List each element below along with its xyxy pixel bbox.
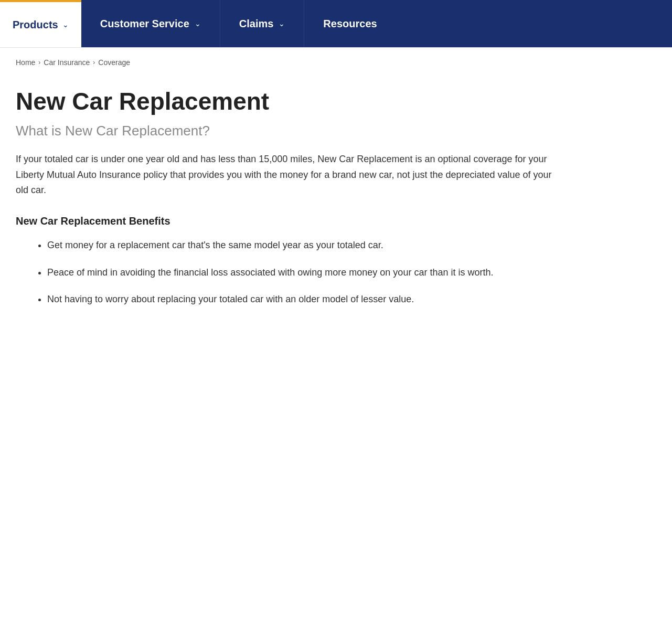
navigation-bar: Products ⌄ Customer Service ⌄ Claims ⌄ R… (0, 0, 672, 48)
nav-products-label: Products (13, 19, 58, 31)
breadcrumb-car-insurance[interactable]: Car Insurance (44, 58, 90, 67)
page-subtitle: What is New Car Replacement? (16, 123, 561, 139)
nav-products[interactable]: Products ⌄ (0, 0, 81, 47)
list-item: Not having to worry about replacing your… (47, 292, 561, 308)
breadcrumb-coverage: Coverage (98, 58, 130, 67)
chevron-down-icon: ⌄ (62, 20, 69, 29)
nav-customer-service[interactable]: Customer Service ⌄ (81, 0, 220, 47)
breadcrumb-separator-1: › (38, 59, 40, 66)
list-item: Get money for a replacement car that's t… (47, 238, 561, 253)
breadcrumb: Home › Car Insurance › Coverage (0, 48, 672, 77)
intro-paragraph: If your totaled car is under one year ol… (16, 152, 561, 198)
benefits-list: Get money for a replacement car that's t… (16, 238, 561, 308)
nav-claims[interactable]: Claims ⌄ (220, 0, 305, 47)
breadcrumb-separator-2: › (93, 59, 95, 66)
nav-resources-label: Resources (323, 18, 377, 30)
breadcrumb-home[interactable]: Home (16, 58, 35, 67)
page-title: New Car Replacement (16, 88, 561, 115)
nav-claims-label: Claims (239, 18, 274, 30)
main-content: New Car Replacement What is New Car Repl… (0, 77, 577, 340)
nav-customer-service-label: Customer Service (100, 18, 189, 30)
nav-resources[interactable]: Resources (304, 0, 672, 47)
chevron-down-icon: ⌄ (195, 19, 201, 28)
benefits-heading: New Car Replacement Benefits (16, 215, 561, 227)
chevron-down-icon: ⌄ (279, 19, 285, 28)
list-item: Peace of mind in avoiding the financial … (47, 265, 561, 281)
